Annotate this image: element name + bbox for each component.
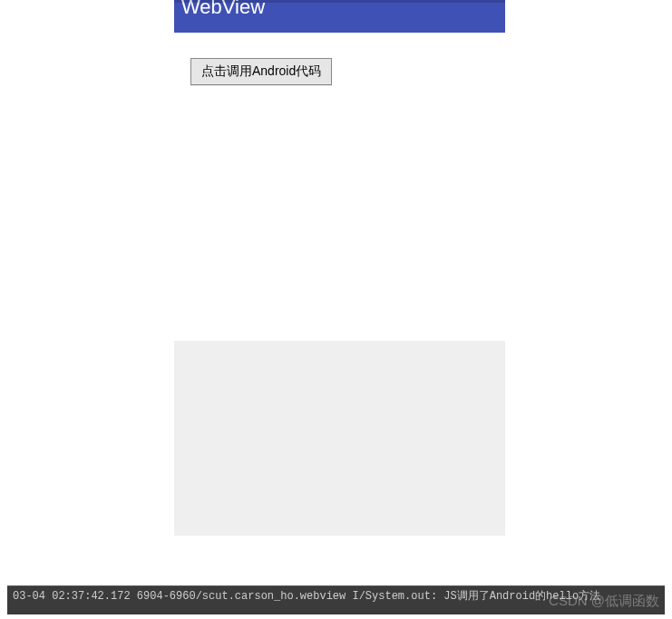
log-line: 03-04 02:37:42.172 6904-6960/scut.carson… (13, 588, 600, 604)
device-frame: WebView 点击调用Android代码 (174, 0, 505, 536)
logcat-console[interactable]: 03-04 02:37:42.172 6904-6960/scut.carson… (7, 585, 665, 614)
status-bar-shadow (174, 0, 505, 3)
app-bar: WebView (174, 0, 505, 33)
call-android-button[interactable]: 点击调用Android代码 (190, 58, 332, 85)
webview-content-area: 点击调用Android代码 (174, 33, 505, 341)
empty-area (174, 341, 505, 536)
